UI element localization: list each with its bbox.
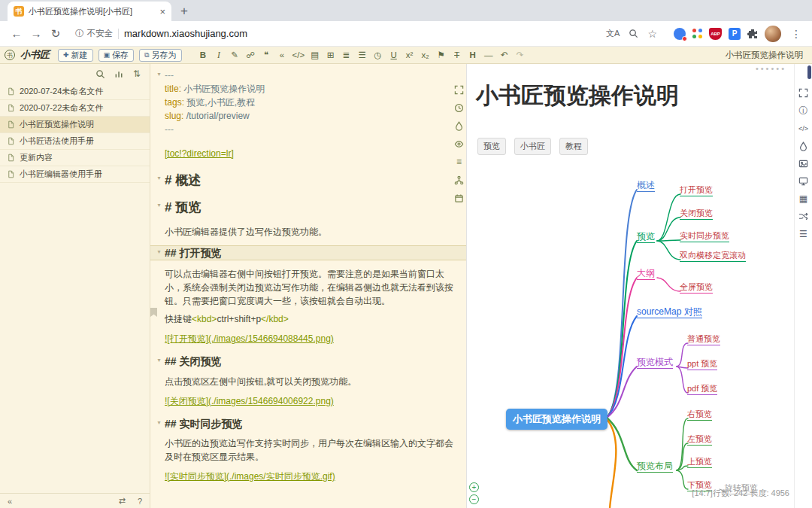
- mindmap-node-normal-preview[interactable]: 普通预览: [687, 334, 720, 345]
- zoom-out-button[interactable]: −: [469, 494, 479, 504]
- expand-icon[interactable]: [454, 85, 464, 95]
- document-icon[interactable]: ▤: [308, 47, 322, 62]
- grid-icon[interactable]: ▦: [799, 193, 807, 204]
- strikethrough-icon[interactable]: T: [450, 47, 464, 62]
- image-link-open-preview[interactable]: ![打开预览](./images/1546694088445.png): [165, 332, 456, 345]
- subscript-icon[interactable]: x₂: [418, 47, 432, 62]
- mindmap-root-node[interactable]: 小书匠预览操作说明: [506, 409, 607, 430]
- extension-blue-icon[interactable]: [674, 28, 686, 40]
- info-icon[interactable]: ⓘ: [799, 105, 808, 116]
- image-link-close-preview[interactable]: ![关闭预览](./images/1546694006922.png): [165, 394, 456, 408]
- fold-arrow-icon[interactable]: ▾: [153, 417, 165, 426]
- reload-button[interactable]: ↻: [47, 25, 65, 43]
- bold-icon[interactable]: B: [196, 47, 211, 62]
- ordered-list-icon[interactable]: ≣: [339, 47, 353, 62]
- browser-tab[interactable]: 书 小书匠预览操作说明[小书匠] ×: [8, 2, 171, 21]
- redo-icon[interactable]: ↷: [513, 47, 527, 62]
- code-icon[interactable]: </>: [291, 47, 307, 62]
- file-list-item[interactable]: 小书匠语法使用手册: [0, 133, 150, 150]
- italic-icon[interactable]: I: [212, 47, 226, 62]
- url-text[interactable]: markdown.xiaoshujiang.com: [124, 28, 601, 39]
- fold-arrow-icon[interactable]: ▾: [153, 172, 165, 181]
- calendar-icon[interactable]: [454, 193, 464, 203]
- bookmark-star-icon[interactable]: ☆: [647, 28, 657, 40]
- search-icon[interactable]: [629, 29, 638, 38]
- image-icon[interactable]: [798, 159, 808, 169]
- mindmap-node-open-preview[interactable]: 打开预览: [680, 185, 713, 196]
- hr-icon[interactable]: —: [481, 47, 495, 62]
- save-button[interactable]: ▣ 保存: [98, 49, 135, 62]
- shuffle-icon[interactable]: [798, 211, 808, 221]
- mindmap-node-fullscreen-preview[interactable]: 全屏预览: [680, 282, 713, 294]
- unordered-list-icon[interactable]: ☰: [355, 47, 369, 62]
- fold-arrow-icon[interactable]: ▾: [153, 68, 165, 78]
- menu-icon[interactable]: ≡: [456, 157, 462, 167]
- back-button[interactable]: ←: [8, 25, 26, 43]
- fold-arrow-icon[interactable]: ▾: [153, 199, 165, 208]
- mindmap-node-left-preview[interactable]: 左预览: [687, 434, 712, 446]
- toc-directive-link[interactable]: [toc!?direction=lr]: [165, 147, 456, 160]
- fold-arrow-icon[interactable]: ▾: [153, 246, 165, 255]
- code-icon[interactable]: </>: [798, 123, 808, 134]
- link-icon[interactable]: ☍: [244, 47, 258, 62]
- pocket-icon[interactable]: P: [729, 28, 741, 40]
- mindmap-node-outline[interactable]: 大纲: [637, 268, 655, 280]
- monitor-icon[interactable]: [798, 176, 808, 186]
- fold-arrow-icon[interactable]: ▾: [153, 354, 165, 364]
- list-icon[interactable]: ☰: [799, 229, 807, 239]
- file-list-item[interactable]: 更新内容: [0, 150, 150, 166]
- mindmap-node-close-preview[interactable]: 关闭预览: [680, 208, 713, 220]
- flag-icon[interactable]: ⚑: [434, 47, 448, 62]
- heading-icon[interactable]: H: [465, 47, 480, 62]
- mindmap-node-sourcemap[interactable]: sourceMap 对照: [637, 306, 702, 318]
- drop-icon[interactable]: [454, 121, 464, 131]
- browser-menu-icon[interactable]: ⋮: [788, 28, 804, 40]
- file-list-item-selected[interactable]: 小书匠预览操作说明: [0, 117, 150, 133]
- superscript-icon[interactable]: x²: [402, 47, 417, 62]
- new-file-button[interactable]: ✚ 新建: [58, 49, 93, 62]
- undo-icon[interactable]: ↶: [497, 47, 511, 62]
- drop-icon[interactable]: [798, 141, 808, 151]
- image-link-sync-preview[interactable]: ![实时同步预览](./images/实时同步预览.gif): [165, 470, 456, 483]
- tab-close-icon[interactable]: ×: [159, 7, 165, 17]
- search-icon[interactable]: [95, 69, 105, 79]
- table-icon[interactable]: ⊞: [323, 47, 338, 62]
- adblock-icon[interactable]: ABP: [709, 28, 722, 40]
- mindmap-node-preview[interactable]: 预览: [637, 231, 655, 243]
- omnibox[interactable]: ⓘ 不安全 markdown.xiaoshujiang.com 文A ☆: [66, 23, 666, 44]
- mindmap-node-overview[interactable]: 概述: [637, 180, 655, 192]
- expand-icon[interactable]: [798, 88, 808, 98]
- new-tab-button[interactable]: +: [180, 5, 188, 17]
- mindmap-node-sync-preview[interactable]: 实时同步预览: [680, 231, 729, 242]
- clock-icon[interactable]: ◷: [371, 47, 385, 62]
- extension-colorful-icon[interactable]: [692, 29, 702, 38]
- help-icon[interactable]: ?: [138, 497, 142, 506]
- mindmap-node-preview-layout[interactable]: 预览布局: [637, 461, 673, 473]
- markdown-editor[interactable]: ▾ --- title: 小书匠预览操作说明 tags: 预览,小书匠,教程 s…: [150, 64, 466, 508]
- eye-icon[interactable]: [454, 139, 464, 149]
- mindmap-node-preview-mode[interactable]: 预览模式: [637, 357, 673, 369]
- forward-button[interactable]: →: [27, 25, 45, 43]
- history-icon[interactable]: [454, 103, 464, 113]
- translate-icon[interactable]: 文A: [606, 28, 620, 39]
- file-list-item[interactable]: 2020-07-24未命名文件: [0, 84, 150, 100]
- mindmap-node-pdf-preview[interactable]: pdf 预览: [687, 384, 717, 395]
- profile-avatar[interactable]: [765, 26, 781, 42]
- file-list-item[interactable]: 小书匠编辑器使用手册: [0, 166, 150, 183]
- scrollbar-thumb[interactable]: [807, 65, 811, 79]
- file-list-item[interactable]: 2020-07-22未命名文件: [0, 100, 150, 117]
- save-as-button[interactable]: ⧉ 另存为: [139, 49, 181, 62]
- sort-icon[interactable]: ⇅: [133, 68, 141, 79]
- blockquote-icon[interactable]: «: [275, 47, 289, 62]
- site-security-chip[interactable]: ⓘ 不安全: [75, 28, 113, 39]
- mindmap-node-ppt-preview[interactable]: ppt 预览: [687, 359, 717, 370]
- zoom-in-button[interactable]: +: [469, 482, 479, 492]
- underline-icon[interactable]: U: [386, 47, 401, 62]
- quote-icon[interactable]: ❝: [259, 47, 274, 62]
- share-tree-icon[interactable]: [454, 175, 464, 185]
- mindmap-node-right-preview[interactable]: 右预览: [687, 409, 712, 421]
- extensions-puzzle-icon[interactable]: [747, 29, 758, 39]
- mindmap-node-top-preview[interactable]: 上预览: [687, 457, 712, 468]
- swap-panes-icon[interactable]: ⇄: [119, 496, 126, 506]
- brush-icon[interactable]: ✎: [228, 47, 242, 62]
